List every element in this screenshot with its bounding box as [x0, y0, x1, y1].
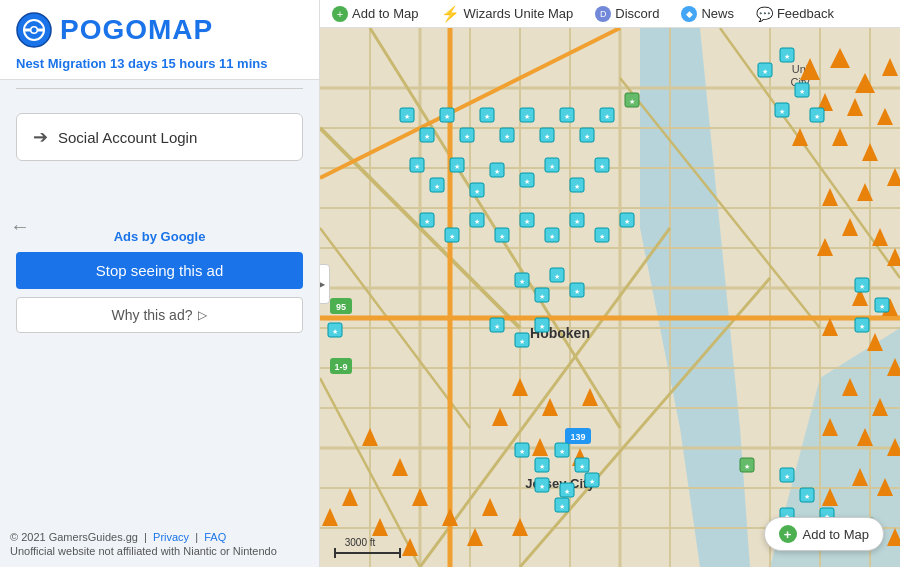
svg-text:★: ★	[539, 483, 545, 490]
svg-text:95: 95	[336, 302, 346, 312]
feedback-button[interactable]: 💬 Feedback	[752, 4, 838, 24]
ads-section: Ads by Google Stop seeing this ad Why th…	[16, 229, 303, 333]
svg-text:★: ★	[519, 448, 525, 455]
svg-text:★: ★	[784, 53, 790, 60]
svg-text:★: ★	[804, 493, 810, 500]
feedback-icon: 💬	[756, 6, 773, 22]
svg-text:★: ★	[474, 218, 480, 225]
svg-text:★: ★	[444, 113, 450, 120]
login-icon: ➔	[33, 126, 48, 148]
wizards-unite-label: Wizards Unite Map	[464, 6, 574, 21]
ads-by-google: Ads by Google	[114, 229, 206, 244]
svg-text:★: ★	[559, 448, 565, 455]
news-icon: ◆	[681, 6, 697, 22]
svg-text:★: ★	[539, 293, 545, 300]
logo-area: POGOMAP Nest Migration 13 days 15 hours …	[0, 0, 319, 80]
privacy-link[interactable]: Privacy	[153, 531, 189, 543]
svg-text:★: ★	[499, 233, 505, 240]
sidebar: POGOMAP Nest Migration 13 days 15 hours …	[0, 0, 320, 567]
svg-text:★: ★	[449, 233, 455, 240]
discord-label: Discord	[615, 6, 659, 21]
svg-text:★: ★	[519, 338, 525, 345]
svg-text:★: ★	[599, 233, 605, 240]
svg-text:★: ★	[524, 178, 530, 185]
plus-icon: +	[332, 6, 348, 22]
svg-text:★: ★	[574, 288, 580, 295]
svg-text:★: ★	[799, 88, 805, 95]
svg-text:★: ★	[434, 183, 440, 190]
bottom-add-to-map-button[interactable]: + Add to Map	[764, 517, 885, 551]
back-arrow[interactable]: ←	[10, 215, 30, 238]
add-to-map-button[interactable]: + Add to Map	[328, 4, 423, 24]
svg-text:★: ★	[859, 283, 865, 290]
divider	[16, 88, 303, 89]
svg-text:★: ★	[404, 113, 410, 120]
plus-circle-icon: +	[779, 525, 797, 543]
logo-text: POGOMAP	[60, 14, 213, 46]
svg-text:★: ★	[504, 133, 510, 140]
map-collapse-button[interactable]: ▶	[320, 264, 330, 304]
svg-text:★: ★	[464, 133, 470, 140]
bottom-add-label: Add to Map	[803, 527, 870, 542]
news-label: News	[701, 6, 734, 21]
svg-text:★: ★	[454, 163, 460, 170]
svg-text:★: ★	[544, 133, 550, 140]
news-button[interactable]: ◆ News	[677, 4, 738, 24]
feedback-label: Feedback	[777, 6, 834, 21]
svg-text:★: ★	[494, 323, 500, 330]
svg-text:★: ★	[589, 478, 595, 485]
map-canvas[interactable]: 95 1-9 139 Hoboken Jersey City Uni City	[320, 28, 900, 567]
svg-text:★: ★	[579, 463, 585, 470]
logo-icon	[16, 12, 52, 48]
svg-text:★: ★	[332, 328, 338, 335]
discord-icon: D	[595, 6, 611, 22]
footer: © 2021 GamersGuides.gg | Privacy | FAQ U…	[0, 531, 319, 557]
svg-text:139: 139	[570, 432, 585, 442]
stop-ad-button[interactable]: Stop seeing this ad	[16, 252, 303, 289]
svg-text:★: ★	[762, 68, 768, 75]
footer-copyright: © 2021 GamersGuides.gg	[10, 531, 138, 543]
svg-text:★: ★	[414, 163, 420, 170]
map-area: ▶ + Add to Map ⚡ Wizards Unite Map D Dis…	[320, 0, 900, 567]
svg-text:★: ★	[574, 183, 580, 190]
add-to-map-label: Add to Map	[352, 6, 419, 21]
svg-text:1-9: 1-9	[334, 362, 347, 372]
svg-text:★: ★	[574, 218, 580, 225]
logo-row: POGOMAP	[16, 12, 303, 48]
svg-text:★: ★	[549, 163, 555, 170]
faq-link[interactable]: FAQ	[204, 531, 226, 543]
svg-text:★: ★	[519, 278, 525, 285]
svg-text:★: ★	[539, 463, 545, 470]
svg-text:★: ★	[539, 323, 545, 330]
svg-text:★: ★	[524, 218, 530, 225]
nest-migration-text: Nest Migration 13 days 15 hours 11 mins	[16, 52, 303, 71]
svg-text:★: ★	[784, 473, 790, 480]
svg-text:★: ★	[559, 503, 565, 510]
svg-text:3000 ft: 3000 ft	[345, 537, 376, 548]
why-ad-button[interactable]: Why this ad? ▷	[16, 297, 303, 333]
svg-text:★: ★	[484, 113, 490, 120]
svg-text:★: ★	[549, 233, 555, 240]
svg-text:★: ★	[604, 113, 610, 120]
svg-text:★: ★	[624, 218, 630, 225]
svg-text:★: ★	[494, 168, 500, 175]
svg-text:★: ★	[424, 133, 430, 140]
map-topbar: + Add to Map ⚡ Wizards Unite Map D Disco…	[320, 0, 900, 28]
svg-text:★: ★	[424, 218, 430, 225]
login-button[interactable]: ➔ Social Account Login	[16, 113, 303, 161]
svg-text:★: ★	[744, 463, 750, 470]
svg-text:★: ★	[779, 108, 785, 115]
svg-point-4	[32, 28, 37, 33]
discord-button[interactable]: D Discord	[591, 4, 663, 24]
play-icon: ▷	[198, 308, 207, 322]
svg-text:★: ★	[814, 113, 820, 120]
svg-text:★: ★	[474, 188, 480, 195]
svg-text:★: ★	[859, 323, 865, 330]
wizards-unite-button[interactable]: ⚡ Wizards Unite Map	[437, 3, 578, 25]
svg-text:★: ★	[524, 113, 530, 120]
login-button-label: Social Account Login	[58, 129, 197, 146]
svg-text:★: ★	[584, 133, 590, 140]
svg-text:★: ★	[564, 113, 570, 120]
why-ad-label: Why this ad?	[112, 307, 193, 323]
map-svg: 95 1-9 139 Hoboken Jersey City Uni City	[320, 28, 900, 567]
